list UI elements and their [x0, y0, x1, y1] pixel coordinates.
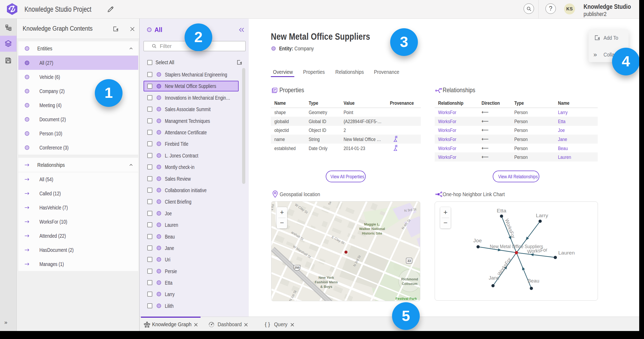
svg-text:WorksFor: WorksFor	[496, 256, 512, 276]
svg-text:Walker National: Walker National	[359, 227, 385, 231]
svg-text:Historic Site: Historic Site	[362, 231, 382, 235]
svg-text:Maggie L.: Maggie L.	[364, 222, 380, 226]
svg-text:Etta: Etta	[497, 208, 506, 213]
svg-text:Richmond: Richmond	[401, 277, 418, 281]
svg-text:New York: New York	[319, 276, 334, 280]
svg-text:33: 33	[407, 259, 411, 263]
svg-text:& Boys: & Boys	[320, 285, 332, 289]
svg-text:Fashion Mens: Fashion Mens	[315, 280, 338, 284]
svg-text:250: 250	[295, 266, 299, 269]
svg-text:WorksFor: WorksFor	[504, 218, 516, 239]
svg-text:Jane: Jane	[489, 275, 499, 281]
svg-text:Coliseum: Coliseum	[402, 282, 418, 286]
svg-text:Lauren: Lauren	[558, 250, 575, 256]
svg-text:Joe: Joe	[473, 238, 482, 243]
svg-text:Beau: Beau	[528, 278, 539, 284]
svg-text:Larry: Larry	[536, 213, 548, 218]
svg-text:Festival Park: Festival Park	[396, 297, 417, 301]
